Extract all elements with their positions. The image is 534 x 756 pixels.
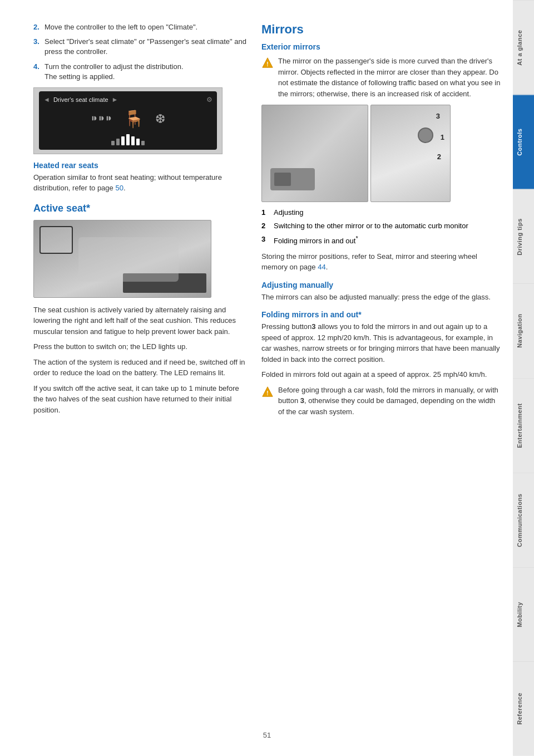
climate-label: Driver's seat climate [53,96,108,103]
active-seat-body-1: The seat cushion is actively varied by a… [33,305,250,337]
mirrors-heading: Mirrors [261,22,502,37]
storing-page-ref: 44 [318,263,325,271]
active-seat-image-container [33,220,250,298]
bar-3 [121,136,125,145]
active-seat-body-2: Press the button to switch on; the LED l… [33,341,250,352]
active-seat-image [33,220,211,298]
climate-settings-icon: ⚙ [206,96,212,104]
svg-text:!: ! [266,390,268,396]
fan-icon: ❆ [155,112,165,126]
folding-mirrors-body: Pressing button3 allows you to fold the … [261,321,502,365]
mirror-controls-list: 1 Adjusting 2 Switching to the other mir… [261,208,502,247]
mirror-image-left [261,105,368,202]
seat-icon: 🪑 [123,109,144,129]
active-seat-body-3: The action of the system is reduced and … [33,357,250,379]
mirror-ctrl-num-1: 1 [261,208,269,218]
temperature-icon: ⁍⁍⁍ [91,110,112,127]
carwash-warning: ! Before going through a car wash, fold … [261,385,502,418]
seat-button-highlight [39,226,73,254]
bar-1 [111,141,115,145]
right-column: Mirrors Exterior mirrors ! The mirror on… [261,22,502,734]
step-2-text: Move the controller to the left to open … [44,22,197,32]
carwash-bold: 3 [300,396,304,405]
active-seat-heading: Active seat* [33,203,250,214]
left-column: 2. Move the controller to the left to op… [33,22,250,734]
step-3: 3. Select "Driver's seat climate" or "Pa… [33,37,250,57]
sidebar-tab-communications[interactable]: Communications [513,473,534,567]
mirror-ctrl-text-2: Switching to the other mirror or to the … [274,221,468,231]
warning-triangle-icon: ! [261,57,274,69]
mirror-image-right: 3 1 2 [370,105,451,202]
seat-visual-detail [78,237,179,282]
svg-text:!: ! [266,61,268,67]
mirror-ctrl-num-3: 3 [261,234,269,247]
folding-body-1: Pressing button [261,322,312,331]
climate-icons-row: ⁍⁍⁍ 🪑 ❆ [43,109,212,129]
sidebar-tab-driving-tips[interactable]: Driving tips [513,189,534,284]
carwash-warning-text: Before going through a car wash, fold th… [278,385,502,418]
active-seat-body-4: If you switch off the active seat, it ca… [33,383,250,416]
mirror-label-2: 2 [437,153,441,161]
sidebar-tab-at-a-glance[interactable]: At a glance [513,0,534,95]
mirror-control-1: 1 Adjusting [261,208,502,218]
heated-rear-seats-heading: Heated rear seats [33,161,250,170]
mirror-control-2: 2 Switching to the other mirror or to th… [261,221,502,231]
sidebar-tab-entertainment[interactable]: Entertainment [513,378,534,473]
bar-2 [116,139,120,145]
adjusting-manually-body: The mirrors can also be adjusted manuall… [261,292,502,303]
sidebar-tab-mobility[interactable]: Mobility [513,567,534,662]
climate-arrow-left: ◄ [43,96,50,104]
step-2-num: 2. [33,22,41,32]
bar-6 [136,139,140,145]
mirror-ctrl-text-1: Adjusting [274,208,303,218]
bar-7 [141,141,145,145]
main-content: 2. Move the controller to the left to op… [0,0,513,756]
mirror-label-1: 1 [441,133,444,141]
mirror-button-inner [274,173,291,186]
adjusting-manually-subheading: Adjusting manually [261,281,502,289]
heated-rear-seats-page-ref: 50 [115,184,123,192]
climate-display-image: ◄ Driver's seat climate ► ⚙ ⁍⁍⁍ 🪑 ❆ [33,87,222,154]
carwash-warning-icon: ! [261,386,274,398]
climate-header: ◄ Driver's seat climate ► ⚙ [43,96,212,104]
bar-4 [126,134,130,145]
heated-rear-seats-text: Operation similar to front seat heating;… [33,173,222,193]
climate-arrow-right: ► [112,96,118,104]
step-3-num: 3. [33,37,41,57]
page-number: 51 [263,731,271,739]
step-4-num: 4. [33,62,41,82]
folding-mirrors-subheading: Folding mirrors in and out* [261,310,502,319]
heated-rear-seats-body: Operation similar to front seat heating;… [33,172,250,194]
mirror-ctrl-text-3: Folding mirrors in and out* [274,234,358,247]
mirror-image: 3 1 2 [261,105,451,202]
sidebar-tab-controls[interactable]: Controls [513,95,534,189]
climate-bottom-bars [111,134,145,145]
storing-positions-text: Storing the mirror positions, refer to S… [261,251,502,273]
mirror-knob [418,127,433,143]
bar-5 [131,136,135,145]
mirror-ctrl-num-2: 2 [261,221,269,231]
exterior-mirrors-warning-text: The mirror on the passenger's side is mo… [278,56,502,99]
exterior-mirrors-warning: ! The mirror on the passenger's side is … [261,56,502,99]
sidebar-tab-reference[interactable]: Reference [513,661,534,756]
climate-display-widget: ◄ Driver's seat climate ► ⚙ ⁍⁍⁍ 🪑 ❆ [39,91,217,150]
step-4: 4. Turn the controller to adjust the dis… [33,62,250,82]
heated-rear-seats-section: Heated rear seats Operation similar to f… [33,161,250,194]
sidebar: At a glance Controls Driving tips Naviga… [513,0,534,756]
mirror-label-3: 3 [436,112,440,120]
mirror-control-3: 3 Folding mirrors in and out* [261,234,502,247]
sidebar-tab-navigation[interactable]: Navigation [513,283,534,378]
folding-bold-1: 3 [312,322,315,331]
exterior-mirrors-subheading: Exterior mirrors [261,42,502,51]
folding-mirrors-body-3: Folded in mirrors fold out again at a sp… [261,369,502,380]
step-4-text: Turn the controller to adjust the distri… [44,62,184,82]
step-2: 2. Move the controller to the left to op… [33,22,250,32]
step-3-text: Select "Driver's seat climate" or "Passe… [44,37,250,57]
